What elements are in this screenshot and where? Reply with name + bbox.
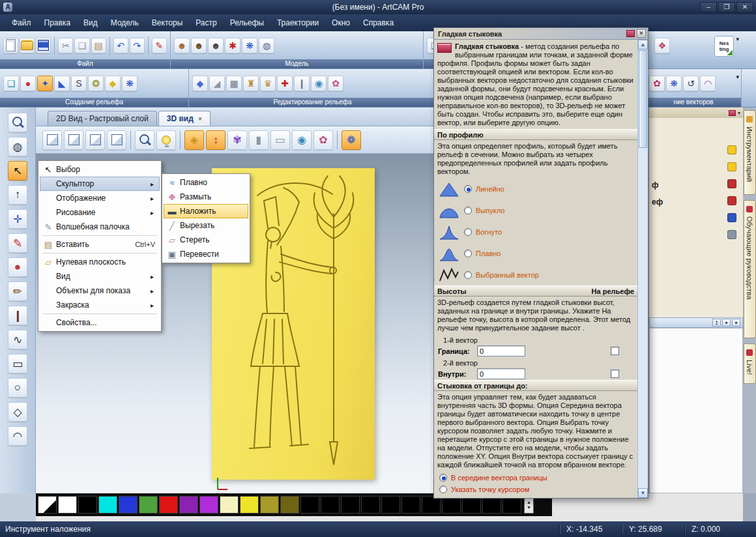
arc-tool-icon[interactable]: ◠ xyxy=(8,426,27,446)
radio-centre-of-vector[interactable] xyxy=(439,474,447,482)
color-swatch[interactable] xyxy=(381,496,400,514)
paint-tool-icon[interactable]: ● xyxy=(8,257,27,277)
edit-relief-smooth-icon[interactable]: ◆ xyxy=(192,76,208,91)
freehand-tool-icon[interactable]: ∿ xyxy=(8,330,27,349)
smudge-tool-icon[interactable]: ❙ xyxy=(8,306,27,325)
profile-option-smooth[interactable]: Плавно xyxy=(434,242,637,264)
rectangle-tool-icon[interactable]: ▭ xyxy=(8,354,27,373)
undo-icon[interactable]: ↶ xyxy=(113,38,128,53)
menubar-item[interactable]: Файл xyxy=(5,15,38,31)
color-swatch[interactable] xyxy=(442,496,461,514)
menubar-item[interactable]: Рельефы xyxy=(224,15,270,31)
color-swatch[interactable] xyxy=(179,496,198,514)
model-red-icon[interactable]: ✱ xyxy=(225,38,240,53)
submenu-item-smooth[interactable]: ≈Плавно xyxy=(164,175,248,190)
joining-option-centre[interactable]: В середине вектора границы xyxy=(434,471,637,483)
menu-item-show-objects[interactable]: Объекты для показа▸ xyxy=(40,283,160,298)
panel-icon[interactable] xyxy=(727,230,736,239)
view-side-icon[interactable] xyxy=(85,130,105,150)
toolbar-overflow-icon[interactable]: ▾ xyxy=(736,74,739,80)
nesting-icon[interactable]: Nes ting xyxy=(714,36,734,57)
submenu-item-deposit[interactable]: ▬Наложить xyxy=(164,204,248,218)
panel-icon[interactable] xyxy=(727,213,736,222)
color-swatch[interactable] xyxy=(300,496,319,514)
panel-icon[interactable] xyxy=(727,145,736,154)
color-swatch[interactable] xyxy=(119,496,138,514)
edit-relief-flower-icon[interactable]: ✿ xyxy=(328,76,343,91)
roller-icon[interactable]: ▮ xyxy=(249,130,269,150)
radio-cursor-point[interactable] xyxy=(439,486,447,493)
model-mesh-icon[interactable]: ◍ xyxy=(259,38,274,53)
menubar-item[interactable]: Правка xyxy=(38,15,78,31)
panel-icon[interactable] xyxy=(727,196,736,205)
model-bear-icon[interactable]: ☻ xyxy=(174,38,190,53)
tab-live[interactable]: Live! xyxy=(744,343,756,384)
color-swatch[interactable] xyxy=(240,496,259,514)
dialog-title-bar[interactable]: Гладкая стыковка ✕ xyxy=(434,28,648,40)
menu-item-zero-plane[interactable]: ▱Нулевая плоскость xyxy=(40,255,160,269)
scroll-down-icon[interactable]: ▼ xyxy=(638,488,648,498)
scroll-up-icon[interactable]: ▲ xyxy=(527,500,531,505)
minimize-button[interactable]: – xyxy=(700,2,717,12)
relief-plane-icon[interactable]: ◆ xyxy=(105,76,121,91)
origin-axes-icon[interactable]: ↕ xyxy=(206,130,225,150)
radio-concave[interactable] xyxy=(464,228,472,236)
menubar-item[interactable]: Справка xyxy=(356,15,400,31)
color-swatch[interactable] xyxy=(321,496,340,514)
radio-convex[interactable] xyxy=(464,207,472,214)
spin-icon[interactable]: ✾ xyxy=(227,130,247,150)
tab-2d-view[interactable]: 2D Вид - Растровый слой xyxy=(48,111,157,126)
menubar-item[interactable]: Траектории xyxy=(270,15,325,31)
relief-star-icon[interactable]: ✦ xyxy=(37,76,53,91)
panel-icon[interactable] xyxy=(727,162,736,171)
paste-icon[interactable]: ▤ xyxy=(91,38,106,53)
view-top-icon[interactable] xyxy=(107,130,126,150)
color-swatch[interactable] xyxy=(38,496,57,514)
menubar-item[interactable]: Векторы xyxy=(145,15,189,31)
palette-scroll-control[interactable]: ▲ ▼ xyxy=(524,496,534,514)
border-checkbox[interactable] xyxy=(611,347,619,355)
tab-3d-view[interactable]: 3D вид × xyxy=(158,111,211,126)
select-tool-icon[interactable]: ↖ xyxy=(8,161,27,181)
color-swatch[interactable] xyxy=(361,496,380,514)
view-iso-icon[interactable] xyxy=(42,130,62,150)
submenu-item-carve[interactable]: ╱Вырезать xyxy=(164,218,248,233)
scroll-down-icon[interactable]: ▼ xyxy=(527,505,531,510)
cut-icon[interactable]: ✂ xyxy=(58,38,73,53)
vec-snow-icon[interactable]: ❋ xyxy=(666,76,682,91)
lighting-icon[interactable] xyxy=(156,130,176,150)
edit-relief-add-icon[interactable]: ✚ xyxy=(277,76,293,91)
scrollbar-thumb[interactable] xyxy=(639,50,647,148)
menu-item-display[interactable]: Отображение▸ xyxy=(40,191,160,205)
panel-header-button[interactable]: ▾ xyxy=(722,319,731,327)
node-edit-tool-icon[interactable]: ↑ xyxy=(8,185,27,205)
radio-smooth[interactable] xyxy=(464,250,472,257)
submenu-item-erase[interactable]: ▱Стереть xyxy=(164,233,248,247)
model-figure-icon[interactable]: ☻ xyxy=(208,38,224,53)
zoom-view-icon[interactable] xyxy=(135,130,154,150)
color-swatch[interactable] xyxy=(462,496,481,514)
polygon-tool-icon[interactable]: ◇ xyxy=(8,402,27,422)
menu-item-shading[interactable]: Закраска▸ xyxy=(40,298,160,312)
color-swatch[interactable] xyxy=(280,496,299,514)
pin-icon[interactable]: ▾ xyxy=(738,110,740,116)
vec-flower-icon[interactable]: ✿ xyxy=(649,76,665,91)
profile-option-concave[interactable]: Вогнуто xyxy=(434,221,637,242)
color-swatch[interactable] xyxy=(58,496,77,514)
joining-option-cursor[interactable]: Указать точку курсором xyxy=(434,483,637,495)
menu-item-select[interactable]: ↖Выбор xyxy=(40,162,160,177)
vectors-extra-icon[interactable]: ❖ xyxy=(654,38,670,53)
color-swatch[interactable] xyxy=(220,496,239,514)
radio-linear[interactable] xyxy=(464,185,472,193)
menubar-item[interactable]: Окно xyxy=(325,15,356,31)
inside-checkbox[interactable] xyxy=(611,370,619,378)
tab-tutorials[interactable]: Обучающие руководства xyxy=(744,200,756,338)
edit-relief-grid-icon[interactable]: ▦ xyxy=(226,76,242,91)
color-swatch[interactable] xyxy=(341,496,360,514)
panel-icon[interactable] xyxy=(727,179,736,188)
submenu-item-blur[interactable]: ❉Размыть xyxy=(164,190,248,204)
colour-shade-icon[interactable]: ✿ xyxy=(313,130,333,150)
color-swatch[interactable] xyxy=(502,496,521,514)
title-bar[interactable]: A (Без имени) - ArtCAM Pro – ❐ ✕ xyxy=(0,0,756,14)
relief-ramp-icon[interactable]: ◣ xyxy=(54,76,70,91)
